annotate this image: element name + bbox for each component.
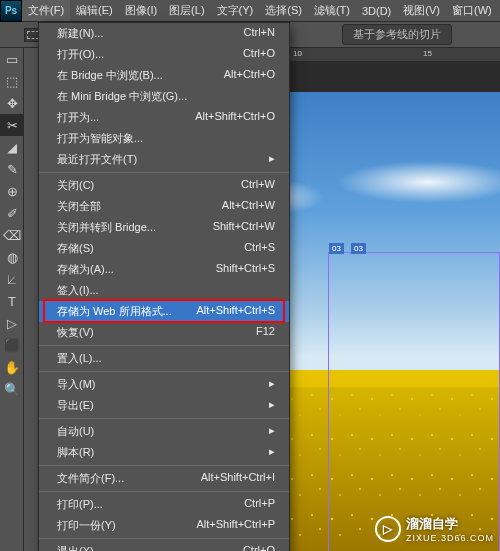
menu-type[interactable]: 文字(Y) [211,0,260,21]
menu-item[interactable]: 存储(S)Ctrl+S [39,238,289,259]
menu-window[interactable]: 窗口(W) [446,0,498,21]
menu-item[interactable]: 关闭并转到 Bridge...Shift+Ctrl+W [39,217,289,238]
slice-from-guides-button[interactable]: 基于参考线的切片 [342,24,452,45]
ruler-mark: 10 [293,49,302,58]
watermark-sub: ZIXUE.3D66.COM [406,533,494,543]
menu-image[interactable]: 图像(I) [119,0,163,21]
menu-item[interactable]: 文件简介(F)...Alt+Shift+Ctrl+I [39,468,289,489]
slice-tag: 03 [351,243,366,254]
watermark: ▷ 溜溜自学 ZIXUE.3D66.COM [375,515,494,543]
menu-view[interactable]: 视图(V) [397,0,446,21]
app-logo: Ps [0,0,22,22]
menu-item[interactable]: 打印一份(Y)Alt+Shift+Ctrl+P [39,515,289,536]
menu-item[interactable]: 导出(E)▸ [39,395,289,416]
menu-item[interactable]: 自动(U)▸ [39,421,289,442]
menu-item[interactable]: 打开为...Alt+Shift+Ctrl+O [39,107,289,128]
hand-tool-icon[interactable]: ✋ [0,356,24,378]
menu-item[interactable]: 脚本(R)▸ [39,442,289,463]
menu-item[interactable]: 打开(O)...Ctrl+O [39,44,289,65]
pen-tool-icon[interactable]: ⟀ [0,268,24,290]
menu-item[interactable]: 新建(N)...Ctrl+N [39,23,289,44]
watermark-title: 溜溜自学 [406,516,458,531]
menu-file[interactable]: 文件(F) [22,0,70,21]
toolbox: ▭ ⬚ ✥ ✂ ◢ ✎ ⊕ ✐ ⌫ ◍ ⟀ T ▷ ⬛ ✋ 🔍 [0,48,24,551]
pencil-tool-icon[interactable]: ✐ [0,202,24,224]
menu-layer[interactable]: 图层(L) [163,0,210,21]
menu-item[interactable]: 在 Bridge 中浏览(B)...Alt+Ctrl+O [39,65,289,86]
shape-tool-icon[interactable]: ⬛ [0,334,24,356]
menu-item[interactable]: 最近打开文件(T)▸ [39,149,289,170]
menu-item[interactable]: 打开为智能对象... [39,128,289,149]
zoom-tool-icon[interactable]: 🔍 [0,378,24,400]
file-menu-dropdown: 新建(N)...Ctrl+N打开(O)...Ctrl+O在 Bridge 中浏览… [38,22,290,551]
path-tool-icon[interactable]: ▷ [0,312,24,334]
menu-item[interactable]: 存储为(A)...Shift+Ctrl+S [39,259,289,280]
menu-filter[interactable]: 滤镜(T) [308,0,356,21]
marquee-tool-icon[interactable]: ⬚ [0,70,24,92]
menu-item[interactable]: 置入(L)... [39,348,289,369]
stamp-tool-icon[interactable]: ⊕ [0,180,24,202]
crop-tool-icon[interactable]: ✂ [0,114,24,136]
menu-item[interactable]: 签入(I)... [39,280,289,301]
menu-select[interactable]: 选择(S) [259,0,308,21]
type-tool-icon[interactable]: T [0,290,24,312]
move-tool-icon[interactable]: ▭ [0,48,24,70]
lasso-tool-icon[interactable]: ✥ [0,92,24,114]
menu-item[interactable]: 关闭全部Alt+Ctrl+W [39,196,289,217]
play-icon: ▷ [375,516,401,542]
menu-item[interactable]: 退出(X)Ctrl+Q [39,541,289,551]
menu-3d[interactable]: 3D(D) [356,2,397,20]
slice-overlay[interactable]: 03 03 [328,252,500,551]
menu-item[interactable]: 关闭(C)Ctrl+W [39,175,289,196]
menu-item[interactable]: 存储为 Web 所用格式...Alt+Shift+Ctrl+S [39,301,289,322]
gradient-tool-icon[interactable]: ◍ [0,246,24,268]
menu-item[interactable]: 打印(P)...Ctrl+P [39,494,289,515]
menu-item[interactable]: 在 Mini Bridge 中浏览(G)... [39,86,289,107]
menu-item[interactable]: 导入(M)▸ [39,374,289,395]
eraser-tool-icon[interactable]: ⌫ [0,224,24,246]
brush-tool-icon[interactable]: ✎ [0,158,24,180]
ruler-mark: 15 [423,49,432,58]
slice-tag: 03 [329,243,344,254]
menu-item[interactable]: 恢复(V)F12 [39,322,289,343]
menu-edit[interactable]: 编辑(E) [70,0,119,21]
eyedropper-tool-icon[interactable]: ◢ [0,136,24,158]
